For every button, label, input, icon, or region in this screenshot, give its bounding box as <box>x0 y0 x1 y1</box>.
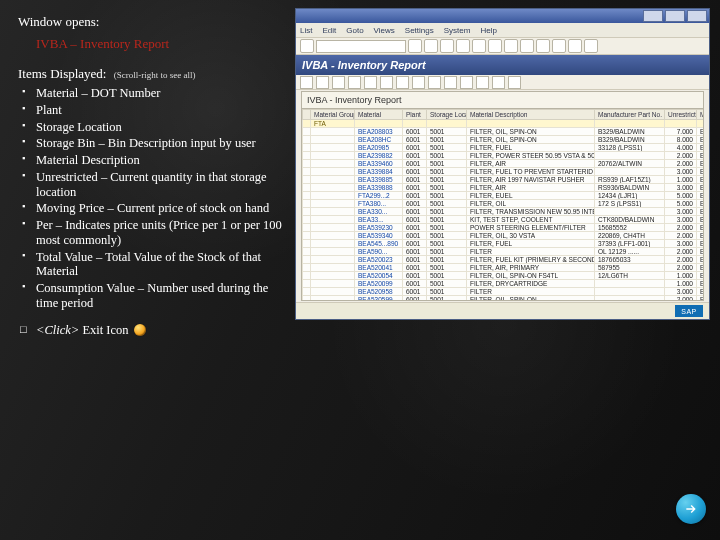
alv-icon[interactable] <box>380 76 393 89</box>
table-row[interactable]: BEA20880360015001FILTER, OIL, SPIN-ONB32… <box>303 128 705 136</box>
table-cell: 220869, CH4TH <box>595 232 665 240</box>
toolbar-save-icon[interactable] <box>408 39 422 53</box>
table-row[interactable]: BEA53934060015001FILTER, OIL, 30 VSTA220… <box>303 232 705 240</box>
toolbar-back-icon[interactable] <box>424 39 438 53</box>
table-row[interactable]: BEA33988560015001FILTER, AIR 1997 NAVIST… <box>303 176 705 184</box>
menu-item[interactable]: Views <box>374 26 395 35</box>
table-cell: 12434 (LJR1) <box>595 192 665 200</box>
menu-item[interactable]: Settings <box>405 26 434 35</box>
table-group-row[interactable]: FTA <box>303 120 705 128</box>
toolbar-last-icon[interactable] <box>568 39 582 53</box>
table-row[interactable]: BEA208HC60015001FILTER, OIL, SPIN-ONB329… <box>303 136 705 144</box>
table-cell: 20762/ALTWIN <box>595 160 665 168</box>
toolbar-first-icon[interactable] <box>520 39 534 53</box>
table-row[interactable]: BEA545...89060015001FILTER, FUEL37393 (L… <box>303 240 705 248</box>
table-cell: FTA299...2 <box>355 192 403 200</box>
toolbar-find-icon[interactable] <box>488 39 502 53</box>
table-cell: 5001 <box>427 200 467 208</box>
window-max-button[interactable] <box>665 10 685 22</box>
menu-item[interactable]: Edit <box>322 26 336 35</box>
alv-grid[interactable]: IVBA - Inventory Report Material GroupMa… <box>301 91 704 301</box>
menu-item[interactable]: Goto <box>346 26 363 35</box>
toolbar-cancel-icon[interactable] <box>456 39 470 53</box>
table-row[interactable]: FTA380...60015001FILTER, OIL172 S (LPSS1… <box>303 200 705 208</box>
table-row[interactable]: BEA330...60015001FILTER, TRANSMISSION NE… <box>303 208 705 216</box>
toolbar-next-icon[interactable] <box>552 39 566 53</box>
app-toolbar[interactable] <box>296 75 709 90</box>
menu-item[interactable]: System <box>444 26 471 35</box>
toolbar-help-icon[interactable] <box>584 39 598 53</box>
alv-icon[interactable] <box>428 76 441 89</box>
window-min-button[interactable] <box>643 10 663 22</box>
table-row[interactable]: BEA33988460015001FILTER, FUEL TO PREVENT… <box>303 168 705 176</box>
alv-icon[interactable] <box>396 76 409 89</box>
alv-icon[interactable] <box>476 76 489 89</box>
column-header[interactable]: Material Group <box>311 110 355 120</box>
alv-icon[interactable] <box>364 76 377 89</box>
next-slide-button[interactable] <box>676 494 706 524</box>
table-cell: 3.000 <box>665 168 697 176</box>
table-row[interactable]: BEA2098560015001FILTER, FUEL33128 (LPSS1… <box>303 144 705 152</box>
column-header[interactable] <box>303 110 311 120</box>
table-row[interactable]: BEA52002360015001FILTER, FUEL KIT (PRIME… <box>303 256 705 264</box>
table-cell: EA <box>697 176 705 184</box>
alv-icon[interactable] <box>316 76 329 89</box>
table-row[interactable]: FTA299...260015001FILTER, EUEL12434 (LJR… <box>303 192 705 200</box>
column-header[interactable]: Mvd <box>697 110 705 120</box>
table-cell: 6001 <box>403 160 427 168</box>
table-row[interactable]: BEA33988860015001FILTER, AIRRS936/BALDWI… <box>303 184 705 192</box>
table-cell <box>303 184 311 192</box>
column-header[interactable]: Unrestrict. <box>665 110 697 120</box>
table-row[interactable]: BEA52095860015001FILTER3.000EA <box>303 288 705 296</box>
menu-item[interactable]: List <box>300 26 312 35</box>
column-header[interactable]: Plant <box>403 110 427 120</box>
alv-icon[interactable] <box>492 76 505 89</box>
table-row[interactable]: BEA33946060015001FILTER, AIR20762/ALTWIN… <box>303 160 705 168</box>
alv-icon[interactable] <box>332 76 345 89</box>
alv-icon[interactable] <box>460 76 473 89</box>
table-row[interactable]: BEA590...60015001FILTEROL 12129 ......2.… <box>303 248 705 256</box>
alv-icon[interactable] <box>300 76 313 89</box>
menu-item[interactable]: Help <box>480 26 496 35</box>
inventory-table[interactable]: Material GroupMaterialPlantStorage Locat… <box>302 109 704 301</box>
alv-icon[interactable] <box>444 76 457 89</box>
click-tag: <Click> <box>36 323 79 337</box>
table-cell: 2.000 <box>665 264 697 272</box>
table-row[interactable]: BEA33...60015001KIT, TEST STEP, COOLENTC… <box>303 216 705 224</box>
toolbar-exit-icon[interactable] <box>440 39 454 53</box>
table-cell: B329/BALDWIN <box>595 128 665 136</box>
table-cell: BCX <box>697 216 705 224</box>
column-header[interactable]: Manufacturer Part No. <box>595 110 665 120</box>
table-row[interactable]: BEA53059960015001FILTER, OIL, SPIN-ON2.0… <box>303 296 705 302</box>
column-header[interactable]: Storage Location <box>427 110 467 120</box>
table-row[interactable]: BEA52004160015001FILTER, AIR, PRIMARY587… <box>303 264 705 272</box>
table-row[interactable]: BEA23988260015001FILTER, POWER STEER 50.… <box>303 152 705 160</box>
alv-icon[interactable] <box>412 76 425 89</box>
items-displayed-label: Items Displayed: (Scroll-right to see al… <box>18 66 290 82</box>
toolbar-print-icon[interactable] <box>472 39 486 53</box>
window-close-button[interactable] <box>687 10 707 22</box>
command-field[interactable] <box>316 40 406 53</box>
table-cell: 2.000 <box>665 248 697 256</box>
alv-icon[interactable] <box>508 76 521 89</box>
toolbar-prev-icon[interactable] <box>536 39 550 53</box>
table-cell <box>303 192 311 200</box>
table-cell: OL 12129 ...... <box>595 248 665 256</box>
table-row[interactable]: BEA52009960015001FILTER, DRYCARTRIDGE1.0… <box>303 280 705 288</box>
table-row[interactable]: BEA52005460015001FILTER, OIL, SPIN-ON FS… <box>303 272 705 280</box>
table-row[interactable]: BEA53923060015001POWER STEERING ELEMENT/… <box>303 224 705 232</box>
menu-bar[interactable]: ListEditGotoViewsSettingsSystemHelp <box>296 23 709 38</box>
column-header[interactable]: Material Description <box>467 110 595 120</box>
alv-icon[interactable] <box>348 76 361 89</box>
table-cell <box>311 296 355 302</box>
standard-toolbar[interactable] <box>296 38 709 55</box>
table-cell: EA <box>697 232 705 240</box>
table-cell: 6001 <box>403 240 427 248</box>
table-cell: 5001 <box>427 192 467 200</box>
toolbar-ok-icon[interactable] <box>300 39 314 53</box>
table-cell: 2.000 <box>665 256 697 264</box>
toolbar-findnext-icon[interactable] <box>504 39 518 53</box>
table-cell <box>303 208 311 216</box>
table-cell: 6001 <box>403 176 427 184</box>
column-header[interactable]: Material <box>355 110 403 120</box>
